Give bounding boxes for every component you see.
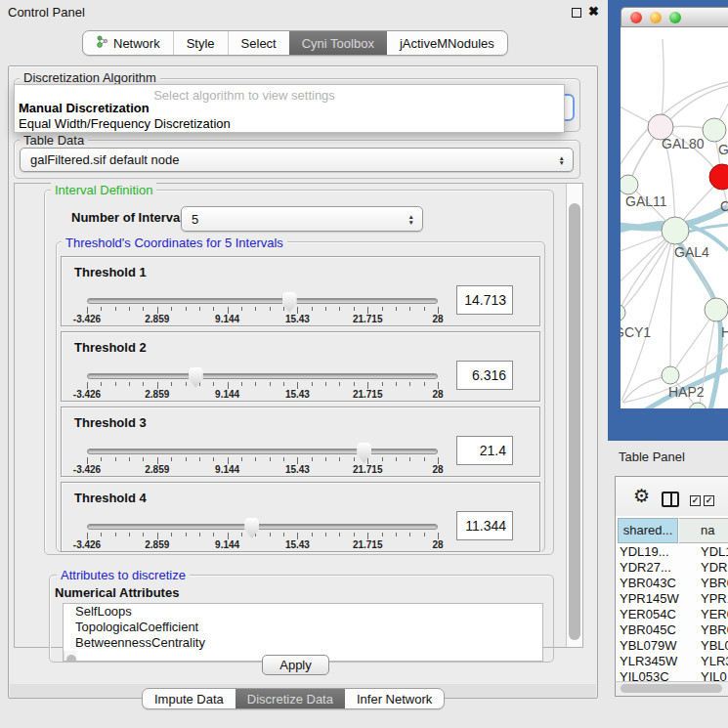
table-row[interactable]: YDR27...YDR2 (616, 560, 728, 576)
tab-network[interactable]: Network (83, 31, 173, 55)
network-node-gal4[interactable] (662, 217, 689, 244)
threshold-4-value[interactable]: 11.344 (456, 511, 513, 540)
tab-style[interactable]: Style (173, 31, 228, 55)
attribute-list-item[interactable]: BetweennessCentrality (64, 635, 542, 651)
slider-tick (283, 307, 284, 311)
network-node-h[interactable] (705, 298, 728, 321)
column-header-shared-name[interactable]: shared... (618, 518, 678, 543)
algorithm-dropdown-popup: Select algorithm to view settings Manual… (14, 84, 565, 133)
table-row[interactable]: YER054CYER0 (616, 607, 728, 622)
slider-tick (297, 307, 298, 314)
close-icon[interactable]: ✖ (588, 4, 599, 19)
network-graph[interactable]: GAL80GAGAL11GAL4GCY1HHAP2C (621, 27, 728, 408)
slider-tick-label: 15.43 (285, 464, 310, 475)
apply-button[interactable]: Apply (262, 655, 329, 675)
slider-tick (297, 382, 298, 389)
network-node[interactable] (689, 403, 707, 408)
slider-tick (87, 533, 88, 539)
threshold-2-slider[interactable]: -3.4262.8599.14415.4321.71528 (87, 332, 438, 403)
threshold-2-value[interactable]: 6.316 (456, 361, 513, 390)
slider-track[interactable] (87, 449, 438, 454)
list-scrollbar[interactable] (64, 651, 77, 662)
slider-track[interactable] (87, 524, 438, 530)
node-label: GAL4 (674, 244, 709, 260)
gear-icon[interactable]: ⚙ (633, 487, 650, 505)
dropdown-option-manual-discretization[interactable]: Manual Discretization (19, 101, 150, 115)
stepper-icon: ▲▼ (408, 214, 414, 225)
slider-track[interactable] (87, 298, 438, 304)
slider-tick (115, 382, 116, 386)
slider-tick (101, 382, 102, 386)
slider-tick (283, 533, 284, 536)
dropdown-option-equal-width[interactable]: Equal Width/Frequency Discretization (19, 116, 231, 131)
interval-definition-label: Interval Definition (51, 183, 156, 197)
network-node[interactable] (709, 164, 728, 190)
checkbox-icon[interactable]: ✓ (704, 495, 714, 506)
scrollbar-thumb[interactable] (569, 203, 580, 640)
network-window-titlebar[interactable] (621, 7, 728, 27)
column-header-name[interactable]: na (679, 518, 728, 543)
slider-tick-label: 28 (432, 539, 443, 550)
slider-tick (157, 307, 158, 314)
slider-tick (241, 533, 242, 536)
number-of-intervals-label: Number of Intervals (71, 210, 191, 225)
attribute-list-item[interactable]: SelfLoops (64, 604, 542, 620)
scrollbar-thumb[interactable] (66, 655, 76, 662)
cell-shared-name: YBL079W (620, 638, 677, 653)
slider-tick-label: 15.43 (285, 539, 310, 550)
table-row[interactable]: YLR345WYLR3 (616, 654, 728, 669)
slider-tick (213, 307, 214, 311)
slider-tick (354, 307, 355, 311)
table-row[interactable]: YBL079WYBL0 (616, 638, 728, 654)
threshold-3-slider[interactable]: -3.4262.8599.14415.4321.71528 (87, 407, 438, 478)
scrollbar-thumb[interactable] (621, 684, 722, 693)
slider-tick-label: 28 (432, 389, 443, 400)
float-window-icon[interactable] (572, 8, 581, 18)
cell-shared-name: YBR043C (620, 576, 676, 590)
slider-tick-label: 15.43 (285, 314, 310, 324)
slider-handle[interactable] (244, 518, 259, 538)
network-node-gal11[interactable] (621, 175, 638, 194)
network-node-ga[interactable] (703, 118, 726, 142)
tab-infer-network[interactable]: Infer Network (345, 689, 444, 708)
slider-handle[interactable] (357, 443, 371, 463)
slider-tick (270, 457, 271, 461)
tab-impute-data[interactable]: Impute Data (143, 689, 236, 708)
table-row[interactable]: YBR043CYBR0 (616, 576, 728, 591)
threshold-4-slider[interactable]: -3.4262.8599.14415.4321.71528 (87, 483, 438, 553)
tab-jactivemnodules[interactable]: jActiveMNodules (387, 31, 507, 55)
tab-select[interactable]: Select (228, 31, 289, 55)
threshold-1-value[interactable]: 14.713 (456, 285, 513, 315)
slider-tick (325, 307, 326, 311)
tab-cyni-toolbox[interactable]: Cyni Toolbox (289, 31, 387, 55)
split-view-icon[interactable] (662, 492, 679, 507)
cell-shared-name: YDR27... (620, 560, 671, 575)
table-row[interactable]: YIL053CYIL0 (616, 669, 728, 681)
attribute-list-item[interactable]: TopologicalCoefficient (64, 620, 542, 635)
slider-tick (171, 457, 172, 461)
slider-track[interactable] (87, 373, 438, 379)
network-canvas[interactable]: GAL80GAGAL11GAL4GCY1HHAP2C (621, 27, 728, 408)
node-label: H (721, 324, 728, 340)
minimize-traffic-light-icon[interactable] (650, 12, 662, 23)
table-data-combo[interactable]: galFiltered.sif default node ▲▼ (20, 148, 574, 172)
close-traffic-light-icon[interactable] (630, 12, 642, 23)
table-row[interactable]: YBR045CYBR0 (616, 622, 728, 638)
slider-tick (255, 457, 256, 461)
slider-tick-label: 9.144 (215, 539, 239, 550)
network-node-hap2[interactable] (662, 366, 679, 384)
tab-discretize-data[interactable]: Discretize Data (236, 689, 345, 708)
numerical-attributes-list[interactable]: SelfLoopsTopologicalCoefficientBetweenne… (63, 603, 543, 662)
slider-tick (438, 382, 439, 389)
checkbox-icon[interactable]: ✓ (690, 495, 701, 506)
slider-tick (312, 457, 313, 461)
table-row[interactable]: YPR145WYPR1 (616, 591, 728, 607)
table-row[interactable]: YDL19...YDL1 (616, 544, 728, 560)
slider-tick (213, 457, 214, 461)
zoom-traffic-light-icon[interactable] (669, 12, 681, 23)
slider-handle[interactable] (189, 367, 203, 388)
number-of-intervals-combo[interactable]: 5 ▲▼ (181, 206, 423, 232)
threshold-3-value[interactable]: 21.4 (456, 436, 513, 465)
threshold-1-slider[interactable]: -3.4262.8599.14415.4321.71528 (87, 257, 438, 327)
table-data-label: Table Data (20, 133, 88, 148)
